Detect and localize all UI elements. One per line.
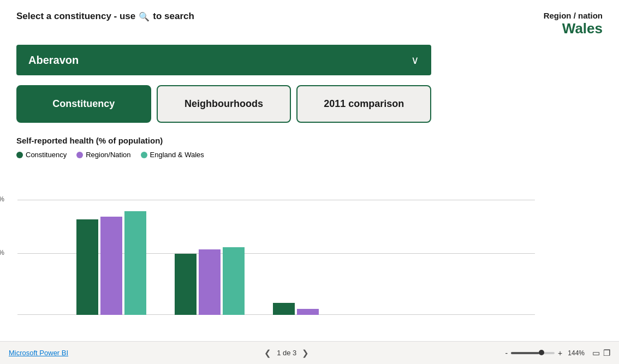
zoom-plus-button[interactable]: + bbox=[558, 349, 562, 357]
grid-label-20: 20% bbox=[0, 249, 4, 256]
pagination-controls: ❮ 1 de 3 ❯ bbox=[264, 348, 309, 358]
chart-canvas: 40% 20% bbox=[44, 168, 535, 315]
bar-group-1 bbox=[76, 211, 146, 315]
bar-region-1 bbox=[100, 217, 122, 315]
tab-constituency[interactable]: Constituency bbox=[16, 85, 151, 123]
bottom-bar: Microsoft Power BI ❮ 1 de 3 ❯ - + 144% ▭… bbox=[0, 341, 619, 364]
select-label: Select a constituency - use 🔍 to search bbox=[16, 11, 194, 22]
dropdown-selected-value: Aberavon bbox=[28, 54, 79, 67]
zoom-slider[interactable] bbox=[511, 352, 555, 354]
bar-england-2 bbox=[223, 247, 245, 315]
constituency-dropdown[interactable]: Aberavon ∨ bbox=[16, 45, 431, 75]
tabs-row: Constituency Neighbourhoods 2011 compari… bbox=[16, 85, 431, 123]
constituency-dropdown-container: Aberavon ∨ bbox=[16, 45, 431, 75]
region-value: Wales bbox=[493, 20, 603, 37]
chart-legend: Constituency Region/Nation England & Wal… bbox=[16, 151, 603, 159]
expand-icon[interactable]: ▭ bbox=[592, 348, 600, 358]
bar-region-3 bbox=[297, 309, 319, 315]
bar-constituency-2 bbox=[175, 254, 197, 315]
zoom-minus-button[interactable]: - bbox=[505, 349, 508, 357]
header-row: Select a constituency - use 🔍 to search … bbox=[16, 11, 603, 37]
legend-dot-region bbox=[76, 152, 83, 158]
chevron-down-icon: ∨ bbox=[411, 53, 419, 67]
zoom-control: - + 144% ▭ ❐ bbox=[505, 348, 610, 358]
legend-region: Region/Nation bbox=[76, 151, 130, 159]
zoom-level-label: 144% bbox=[568, 349, 585, 357]
legend-england-wales: England & Wales bbox=[141, 151, 204, 159]
bar-england-1 bbox=[124, 211, 146, 315]
zoom-thumb bbox=[539, 350, 544, 355]
prev-page-button[interactable]: ❮ bbox=[264, 348, 271, 358]
next-page-button[interactable]: ❯ bbox=[302, 348, 309, 358]
bar-constituency-3 bbox=[273, 303, 295, 315]
bar-group-2 bbox=[175, 247, 245, 315]
legend-constituency: Constituency bbox=[16, 151, 67, 159]
chart-section: Self-reported health (% of population) C… bbox=[16, 136, 603, 315]
tab-neighbourhoods[interactable]: Neighbourhoods bbox=[157, 85, 291, 123]
tab-2011-comparison[interactable]: 2011 comparison bbox=[296, 85, 431, 123]
legend-dot-constituency bbox=[16, 152, 23, 158]
page-indicator: 1 de 3 bbox=[277, 349, 296, 357]
fullscreen-icon[interactable]: ❐ bbox=[603, 348, 610, 358]
grid-line-40: 40% bbox=[17, 200, 535, 200]
bar-group-3 bbox=[273, 303, 343, 315]
chart-title: Self-reported health (% of population) bbox=[16, 136, 603, 145]
zoom-slider-fill bbox=[511, 352, 539, 354]
search-icon: 🔍 bbox=[139, 11, 150, 22]
grid-label-40: 40% bbox=[0, 195, 4, 203]
region-label: Region / nation bbox=[493, 11, 603, 20]
legend-dot-england-wales bbox=[141, 152, 147, 158]
region-block: Region / nation Wales bbox=[493, 11, 603, 37]
bar-region-2 bbox=[199, 249, 221, 315]
bar-constituency-1 bbox=[76, 219, 98, 315]
powerbi-link[interactable]: Microsoft Power BI bbox=[9, 349, 68, 357]
